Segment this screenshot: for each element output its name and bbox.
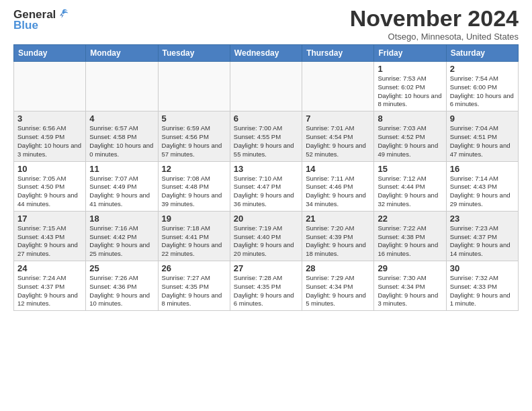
day-info: Sunrise: 7:16 AM Sunset: 4:42 PM Dayligh… <box>89 224 154 259</box>
day-number: 10 <box>17 164 82 174</box>
calendar-day-cell <box>230 62 302 111</box>
day-number: 12 <box>162 164 226 174</box>
day-info: Sunrise: 7:29 AM Sunset: 4:34 PM Dayligh… <box>306 274 370 308</box>
calendar-day-cell: 21Sunrise: 7:20 AM Sunset: 4:39 PM Dayli… <box>302 211 374 261</box>
day-number: 23 <box>450 214 515 224</box>
day-info: Sunrise: 7:24 AM Sunset: 4:37 PM Dayligh… <box>17 274 82 308</box>
day-number: 30 <box>450 263 515 273</box>
calendar-header-row: Sunday Monday Tuesday Wednesday Thursday… <box>14 45 519 62</box>
calendar-day-cell: 28Sunrise: 7:29 AM Sunset: 4:34 PM Dayli… <box>302 261 374 311</box>
calendar-day-cell: 9Sunrise: 7:04 AM Sunset: 4:51 PM Daylig… <box>446 111 518 161</box>
day-info: Sunrise: 7:19 AM Sunset: 4:40 PM Dayligh… <box>234 224 298 259</box>
day-number: 26 <box>162 263 226 273</box>
day-number: 29 <box>378 263 442 273</box>
day-number: 5 <box>162 113 226 124</box>
day-number: 22 <box>378 214 442 224</box>
calendar-day-cell <box>302 62 374 111</box>
day-info: Sunrise: 7:53 AM Sunset: 6:02 PM Dayligh… <box>378 75 442 109</box>
calendar-day-cell: 24Sunrise: 7:24 AM Sunset: 4:37 PM Dayli… <box>14 261 86 311</box>
day-info: Sunrise: 7:15 AM Sunset: 4:43 PM Dayligh… <box>17 224 82 259</box>
calendar-day-cell: 13Sunrise: 7:10 AM Sunset: 4:47 PM Dayli… <box>230 161 302 211</box>
day-number: 21 <box>306 214 370 224</box>
calendar-day-cell: 22Sunrise: 7:22 AM Sunset: 4:38 PM Dayli… <box>374 211 446 261</box>
day-number: 13 <box>234 164 298 174</box>
calendar-day-cell: 6Sunrise: 7:00 AM Sunset: 4:55 PM Daylig… <box>230 111 302 161</box>
logo-blue-text: Blue <box>13 19 38 32</box>
day-info: Sunrise: 7:08 AM Sunset: 4:48 PM Dayligh… <box>162 175 226 209</box>
day-number: 7 <box>306 113 370 124</box>
day-number: 3 <box>17 113 82 124</box>
calendar-day-cell <box>158 62 230 111</box>
calendar-day-cell: 19Sunrise: 7:18 AM Sunset: 4:41 PM Dayli… <box>158 211 230 261</box>
calendar-day-cell: 4Sunrise: 6:57 AM Sunset: 4:58 PM Daylig… <box>86 111 158 161</box>
day-number: 1 <box>378 64 442 74</box>
calendar-week-row: 1Sunrise: 7:53 AM Sunset: 6:02 PM Daylig… <box>14 62 519 111</box>
day-info: Sunrise: 7:14 AM Sunset: 4:43 PM Dayligh… <box>450 175 515 209</box>
day-number: 18 <box>89 214 154 224</box>
calendar-day-cell <box>86 62 158 111</box>
calendar-day-cell: 25Sunrise: 7:26 AM Sunset: 4:36 PM Dayli… <box>86 261 158 311</box>
day-number: 11 <box>89 164 154 174</box>
day-info: Sunrise: 6:57 AM Sunset: 4:58 PM Dayligh… <box>89 124 154 158</box>
day-info: Sunrise: 7:04 AM Sunset: 4:51 PM Dayligh… <box>450 124 515 158</box>
header-wednesday: Wednesday <box>230 45 302 62</box>
logo: General Blue <box>13 8 71 32</box>
header-thursday: Thursday <box>302 45 374 62</box>
day-info: Sunrise: 7:54 AM Sunset: 6:00 PM Dayligh… <box>450 75 515 109</box>
calendar-day-cell: 23Sunrise: 7:23 AM Sunset: 4:37 PM Dayli… <box>446 211 518 261</box>
calendar-day-cell: 26Sunrise: 7:27 AM Sunset: 4:35 PM Dayli… <box>158 261 230 311</box>
header-monday: Monday <box>86 45 158 62</box>
calendar-day-cell: 18Sunrise: 7:16 AM Sunset: 4:42 PM Dayli… <box>86 211 158 261</box>
day-number: 20 <box>234 214 298 224</box>
calendar-week-row: 17Sunrise: 7:15 AM Sunset: 4:43 PM Dayli… <box>14 211 519 261</box>
day-info: Sunrise: 7:22 AM Sunset: 4:38 PM Dayligh… <box>378 224 442 259</box>
calendar-day-cell: 30Sunrise: 7:32 AM Sunset: 4:33 PM Dayli… <box>446 261 518 311</box>
day-number: 28 <box>306 263 370 273</box>
day-info: Sunrise: 7:27 AM Sunset: 4:35 PM Dayligh… <box>162 274 226 308</box>
day-number: 2 <box>450 64 515 74</box>
day-number: 17 <box>17 214 82 224</box>
day-number: 6 <box>234 113 298 124</box>
day-number: 27 <box>234 263 298 273</box>
calendar-day-cell: 27Sunrise: 7:28 AM Sunset: 4:35 PM Dayli… <box>230 261 302 311</box>
day-info: Sunrise: 7:20 AM Sunset: 4:39 PM Dayligh… <box>306 224 370 259</box>
title-section: November 2024 Otsego, Minnesota, United … <box>350 5 519 42</box>
day-info: Sunrise: 7:23 AM Sunset: 4:37 PM Dayligh… <box>450 224 515 259</box>
day-number: 8 <box>378 113 442 124</box>
day-info: Sunrise: 7:11 AM Sunset: 4:46 PM Dayligh… <box>306 175 370 209</box>
day-info: Sunrise: 7:32 AM Sunset: 4:33 PM Dayligh… <box>450 274 515 308</box>
header-saturday: Saturday <box>446 45 518 62</box>
calendar-day-cell: 7Sunrise: 7:01 AM Sunset: 4:54 PM Daylig… <box>302 111 374 161</box>
calendar-day-cell: 11Sunrise: 7:07 AM Sunset: 4:49 PM Dayli… <box>86 161 158 211</box>
day-info: Sunrise: 7:00 AM Sunset: 4:55 PM Dayligh… <box>234 124 298 158</box>
header-sunday: Sunday <box>14 45 86 62</box>
calendar-day-cell: 2Sunrise: 7:54 AM Sunset: 6:00 PM Daylig… <box>446 62 518 111</box>
calendar-day-cell: 8Sunrise: 7:03 AM Sunset: 4:52 PM Daylig… <box>374 111 446 161</box>
day-info: Sunrise: 6:59 AM Sunset: 4:56 PM Dayligh… <box>162 124 226 158</box>
calendar-day-cell: 20Sunrise: 7:19 AM Sunset: 4:40 PM Dayli… <box>230 211 302 261</box>
day-number: 19 <box>162 214 226 224</box>
calendar-day-cell: 16Sunrise: 7:14 AM Sunset: 4:43 PM Dayli… <box>446 161 518 211</box>
calendar-week-row: 3Sunrise: 6:56 AM Sunset: 4:59 PM Daylig… <box>14 111 519 161</box>
day-info: Sunrise: 7:12 AM Sunset: 4:44 PM Dayligh… <box>378 175 442 209</box>
calendar-day-cell: 1Sunrise: 7:53 AM Sunset: 6:02 PM Daylig… <box>374 62 446 111</box>
calendar-day-cell: 14Sunrise: 7:11 AM Sunset: 4:46 PM Dayli… <box>302 161 374 211</box>
day-info: Sunrise: 7:10 AM Sunset: 4:47 PM Dayligh… <box>234 175 298 209</box>
day-info: Sunrise: 6:56 AM Sunset: 4:59 PM Dayligh… <box>17 124 82 158</box>
day-number: 25 <box>89 263 154 273</box>
calendar-day-cell <box>14 62 86 111</box>
calendar-day-cell: 3Sunrise: 6:56 AM Sunset: 4:59 PM Daylig… <box>14 111 86 161</box>
day-number: 4 <box>89 113 154 124</box>
day-info: Sunrise: 7:30 AM Sunset: 4:34 PM Dayligh… <box>378 274 442 308</box>
day-number: 9 <box>450 113 515 124</box>
calendar-table: Sunday Monday Tuesday Wednesday Thursday… <box>13 44 519 311</box>
calendar-day-cell: 10Sunrise: 7:05 AM Sunset: 4:50 PM Dayli… <box>14 161 86 211</box>
day-number: 16 <box>450 164 515 174</box>
location-text: Otsego, Minnesota, United States <box>350 32 519 42</box>
calendar-day-cell: 29Sunrise: 7:30 AM Sunset: 4:34 PM Dayli… <box>374 261 446 311</box>
day-info: Sunrise: 7:28 AM Sunset: 4:35 PM Dayligh… <box>234 274 298 308</box>
calendar-day-cell: 15Sunrise: 7:12 AM Sunset: 4:44 PM Dayli… <box>374 161 446 211</box>
calendar-day-cell: 17Sunrise: 7:15 AM Sunset: 4:43 PM Dayli… <box>14 211 86 261</box>
logo-bird-icon <box>56 8 70 21</box>
day-info: Sunrise: 7:26 AM Sunset: 4:36 PM Dayligh… <box>89 274 154 308</box>
